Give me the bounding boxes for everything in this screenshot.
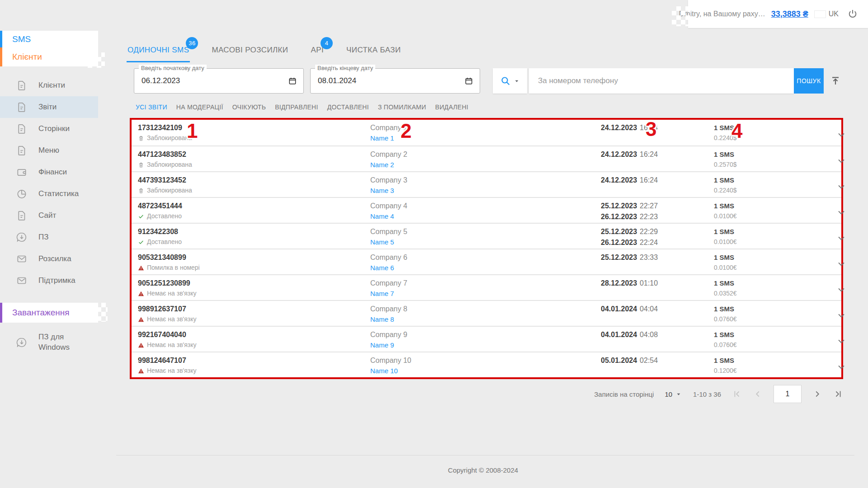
main-tab[interactable]: ОДИНОЧНІ SMS 36 (127, 38, 190, 62)
export-button[interactable] (824, 68, 847, 94)
calendar-icon[interactable] (288, 76, 297, 85)
sms-count: 1 SMS (714, 202, 836, 211)
sidebar-item-pz-windows[interactable]: ПЗ для Windows (0, 332, 98, 353)
table-row[interactable]: 992167404040 Немає на зв'язку Company 9 … (132, 326, 841, 352)
chevron-down-icon (836, 129, 847, 140)
phone-number: 9051251230899 (138, 279, 370, 288)
search-input[interactable] (538, 76, 785, 85)
report-filter-tab[interactable]: НА МОДЕРАЦІЇ (176, 103, 223, 111)
search-button[interactable]: ПОШУК (794, 68, 824, 94)
table-row[interactable]: 9051251230899 Немає на зв'язку Company 7… (132, 274, 841, 300)
status-text: Заблокирована (147, 161, 192, 169)
table-row[interactable]: 998124647107 Немає на зв'язку Company 10… (132, 352, 841, 377)
sidebar-item[interactable]: ПЗ (0, 226, 98, 248)
sidebar-item[interactable]: Меню (0, 140, 98, 161)
expand-row-button[interactable] (836, 129, 855, 140)
sms-count: 1 SMS (714, 253, 836, 262)
client-name-link[interactable]: Name 6 (370, 264, 601, 272)
prev-page-icon (753, 389, 763, 399)
expand-row-button[interactable] (836, 258, 855, 269)
sidebar-item[interactable]: Звіти (0, 96, 98, 118)
tab-badge: 4 (321, 37, 333, 49)
table-row[interactable]: 48723451444 Доставлено Company 4 Name 4 … (132, 197, 841, 223)
client-name-link[interactable]: Name 5 (370, 238, 601, 246)
sidebar-section-sms[interactable]: SMS (0, 31, 98, 47)
client-name-link[interactable]: Name 7 (370, 290, 601, 298)
sidebar-menu: Клієнти Звіти Сторінки Меню Фінанси Стат… (0, 75, 98, 291)
company-name: Company 3 (370, 176, 601, 185)
next-page-button[interactable] (812, 389, 822, 399)
balance-link[interactable]: 33,3883 ₴ (771, 9, 808, 19)
expand-row-button[interactable] (836, 310, 855, 321)
language-selector[interactable]: UK (814, 10, 839, 18)
client-name-link[interactable]: Name 2 (370, 161, 601, 169)
main-tab[interactable]: ЧИСТКА БАЗИ (345, 38, 401, 62)
filter-bar: Введіть початкову дату 06.12.2023 Введіт… (134, 68, 868, 94)
document-icon (16, 210, 28, 221)
last-page-button[interactable] (833, 389, 843, 399)
prev-page-button[interactable] (753, 389, 763, 399)
expand-row-button[interactable] (836, 361, 855, 372)
trash-icon (138, 135, 144, 141)
report-filter-tab[interactable]: ВІДПРАВЛЕНІ (275, 103, 318, 111)
report-filter-tab[interactable]: УСІ ЗВІТИ (136, 103, 167, 111)
calendar-icon[interactable] (464, 76, 473, 85)
chevron-down-icon (836, 361, 847, 372)
table-row[interactable]: 447123483852 Заблокирована Company 2 Nam… (132, 145, 841, 171)
sidebar-item[interactable]: Фінанси (0, 161, 98, 183)
sms-count: 1 SMS (714, 330, 836, 339)
client-name-link[interactable]: Name 8 (370, 315, 601, 324)
date-from-field[interactable]: Введіть початкову дату 06.12.2023 (134, 68, 304, 94)
expand-row-button[interactable] (836, 155, 855, 166)
per-page-dropdown[interactable]: 10 (665, 390, 682, 398)
client-name-link[interactable]: Name 3 (370, 187, 601, 195)
expand-row-button[interactable] (836, 233, 855, 244)
sms-price: 0.0352€ (714, 290, 836, 297)
client-name-link[interactable]: Name 9 (370, 341, 601, 349)
status-text: Помилка в номері (147, 264, 200, 272)
report-filter-tab[interactable]: ДОСТАВЛЕНІ (327, 103, 369, 111)
sidebar-item[interactable]: Сайт (0, 205, 98, 226)
date-to-field[interactable]: Введіть кінцеву дату 08.01.2024 (310, 68, 480, 94)
status-text: Заблокирована (147, 134, 192, 142)
document-icon (16, 123, 28, 135)
per-page-label: Записів на сторінці (594, 390, 654, 398)
table-row[interactable]: 998912637107 Немає на зв'язку Company 8 … (132, 300, 841, 326)
expand-row-button[interactable] (836, 336, 855, 347)
sidebar-section-clients[interactable]: Клієнти (0, 47, 98, 66)
table-row[interactable]: 905321340899 Помилка в номері Company 6 … (132, 249, 841, 274)
date-line: 24.12.202316:24 (601, 123, 714, 132)
page-number-input[interactable]: 1 (774, 385, 802, 403)
expand-row-button[interactable] (836, 284, 855, 295)
main-tab[interactable]: МАСОВІ РОЗСИЛКИ (211, 38, 289, 62)
client-name-link[interactable]: Name 4 (370, 212, 601, 221)
phone-number: 992167404040 (138, 330, 370, 339)
expand-row-button[interactable] (836, 181, 855, 192)
per-page-value: 10 (665, 390, 672, 398)
sidebar-item[interactable]: Сторінки (0, 118, 98, 140)
sidebar-item[interactable]: Статистика (0, 183, 98, 205)
sidebar-section-downloads[interactable]: Завантаження (0, 303, 98, 323)
report-filter-tab[interactable]: ОЧІКУЮТЬ (232, 103, 266, 111)
logout-button[interactable] (847, 6, 858, 22)
first-page-button[interactable] (732, 389, 742, 399)
report-filter-tab[interactable]: З ПОМИЛКАМИ (378, 103, 426, 111)
table-row[interactable]: 447393123452 Заблокирована Company 3 Nam… (132, 171, 841, 197)
main-tab-label: МАСОВІ РОЗСИЛКИ (212, 46, 288, 54)
status-text: Заблокирована (147, 187, 192, 194)
report-filter-tab[interactable]: ВИДАЛЕНІ (435, 103, 468, 111)
sidebar-item[interactable]: Розсилка (0, 248, 98, 270)
sidebar-item[interactable]: Підтримка (0, 270, 98, 291)
search-type-dropdown[interactable] (493, 68, 527, 94)
client-name-link[interactable]: Name 10 (370, 367, 601, 375)
main-tab[interactable]: API 4 (310, 38, 325, 62)
sidebar-item[interactable]: Клієнти (0, 75, 98, 96)
company-name: Company 8 (370, 305, 601, 314)
table-row[interactable]: 9123422308 Доставлено Company 5 Name 5 2… (132, 223, 841, 249)
status: Заблокирована (138, 187, 370, 194)
main-tab-label: ОДИНОЧНІ SMS (127, 46, 189, 54)
pie-chart-icon (16, 188, 28, 200)
expand-row-button[interactable] (836, 207, 855, 218)
date-from-value: 06.12.2023 (142, 76, 180, 85)
check-icon (138, 213, 144, 220)
